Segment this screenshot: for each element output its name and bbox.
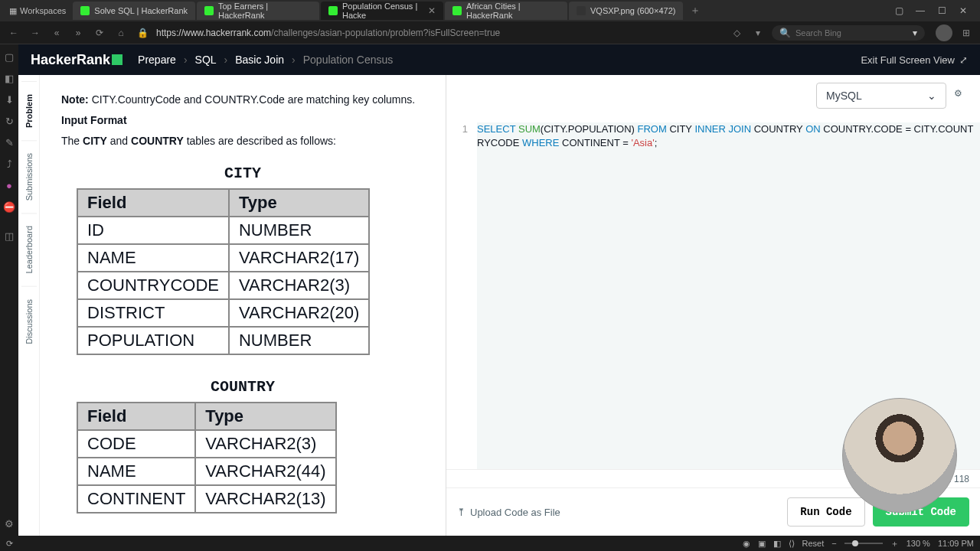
language-label: MySQL: [826, 90, 862, 102]
breadcrumb-prepare[interactable]: Prepare: [138, 54, 176, 66]
tab-title: VQSXP.png (600×472): [590, 6, 675, 15]
code-kw: WHERE: [522, 137, 559, 148]
tab-leaderboard[interactable]: Leaderboard: [21, 213, 37, 285]
reload-icon[interactable]: ⟳: [92, 25, 107, 41]
collapse-icon: ⤢: [959, 54, 968, 66]
code-kw: FROM: [638, 123, 667, 135]
lock-icon[interactable]: 🔒: [135, 25, 150, 41]
favicon-icon: [328, 6, 338, 15]
tab-discussions[interactable]: Discussions: [21, 286, 37, 357]
browser-tab[interactable]: Top Earners | HackerRank: [197, 2, 319, 20]
favicon-icon: [204, 6, 214, 15]
breadcrumb-current: Population Census: [303, 54, 394, 66]
cell: NUMBER: [229, 217, 369, 244]
address-bar: ← → « » ⟳ ⌂ 🔒 https://www.hackerrank.com…: [0, 21, 980, 44]
tile-icon[interactable]: ▣: [758, 539, 766, 549]
adblock-icon[interactable]: ⛔: [3, 201, 15, 213]
home-icon[interactable]: ⌂: [113, 25, 129, 41]
back-icon[interactable]: ←: [6, 25, 21, 41]
hackerrank-app: HackerRank Prepare › SQL › Basic Join › …: [18, 44, 980, 536]
tab-submissions[interactable]: Submissions: [21, 140, 37, 213]
workspaces-button[interactable]: ▦ Workspaces: [3, 6, 72, 16]
close-icon[interactable]: ✕: [428, 5, 436, 16]
browser-tab[interactable]: VQSXP.png (600×472): [569, 2, 683, 20]
close-window-icon[interactable]: ✕: [956, 3, 971, 18]
tab-problem[interactable]: Problem: [21, 81, 37, 140]
download-icon[interactable]: ⬇: [3, 93, 15, 106]
city-schema-table: FieldType IDNUMBER NAMEVARCHAR2(17) COUN…: [77, 188, 370, 355]
cell: NAME: [77, 244, 229, 272]
app-header: HackerRank Prepare › SQL › Basic Join › …: [18, 44, 980, 75]
upload-code-link[interactable]: ⤒ Upload Code as File: [457, 507, 560, 518]
code-toolbar: MySQL ⌄ ⚙: [446, 75, 980, 116]
zoom-slider[interactable]: [844, 543, 883, 544]
code-kw: ON: [805, 123, 821, 135]
camera-icon[interactable]: ◉: [743, 539, 750, 549]
chevron-down-icon[interactable]: ▾: [750, 25, 766, 41]
table-row: CODEVARCHAR2(3): [77, 430, 336, 458]
favicon-icon: [80, 6, 90, 15]
editor-settings-button[interactable]: ⚙: [954, 88, 969, 103]
bookmark-icon[interactable]: ◇: [729, 25, 744, 41]
panel-icon[interactable]: ◧: [773, 539, 781, 549]
browser-status-bar: ⟳ ◉ ▣ ◧ ⟨⟩ Reset − ＋ 130 % 11:09 PM: [0, 536, 980, 551]
language-select[interactable]: MySQL ⌄: [816, 83, 946, 109]
extension-icon[interactable]: ●: [3, 179, 15, 191]
zoom-level: 130 %: [906, 539, 930, 548]
desc-country: COUNTRY: [131, 135, 184, 147]
cell: VARCHAR2(3): [229, 272, 369, 299]
panel-toggle-icon[interactable]: ▢: [891, 3, 906, 18]
tab-title: African Cities | HackerRank: [466, 2, 560, 20]
search-icon: 🔍: [779, 28, 791, 38]
run-code-button[interactable]: Run Code: [787, 497, 864, 527]
forward-icon[interactable]: →: [28, 25, 43, 41]
bookmarks-icon[interactable]: ▢: [3, 51, 15, 63]
minimize-icon[interactable]: —: [913, 3, 928, 18]
search-box[interactable]: 🔍 ▾: [772, 25, 925, 41]
line-gutter: 1: [446, 122, 477, 469]
zoom-in-icon[interactable]: ＋: [890, 538, 899, 549]
window-icon[interactable]: ◫: [3, 230, 15, 242]
translate-icon[interactable]: ⤴: [3, 158, 15, 170]
extensions-icon[interactable]: ⊞: [959, 25, 974, 41]
new-tab-button[interactable]: ＋: [684, 4, 707, 18]
notes-icon[interactable]: ✎: [3, 136, 15, 148]
window-controls: ▢ — ☐ ✕: [885, 3, 977, 18]
line-number: 1: [446, 122, 468, 136]
url-field[interactable]: https://www.hackerrank.com/challenges/as…: [156, 28, 500, 38]
cell: CODE: [77, 430, 195, 458]
slider-thumb[interactable]: [852, 540, 858, 546]
browser-tab-active[interactable]: Population Census | Hacke✕: [321, 2, 443, 20]
exit-fullscreen-button[interactable]: Exit Full Screen View ⤢: [861, 54, 968, 66]
breadcrumb: Prepare › SQL › Basic Join › Population …: [138, 54, 393, 66]
reading-list-icon[interactable]: ◧: [3, 72, 15, 84]
zoom-reset-button[interactable]: Reset: [802, 539, 825, 548]
cell: DISTRICT: [77, 299, 229, 327]
webcam-overlay: [842, 398, 957, 513]
cell: VARCHAR2(17): [229, 244, 369, 272]
code-icon[interactable]: ⟨⟩: [789, 539, 795, 549]
history-icon[interactable]: ↻: [3, 115, 15, 127]
breadcrumb-basic-join[interactable]: Basic Join: [235, 54, 284, 66]
breadcrumb-sql[interactable]: SQL: [195, 54, 217, 66]
settings-icon[interactable]: ⚙: [3, 517, 15, 530]
browser-tab[interactable]: Solve SQL | HackerRank: [73, 2, 195, 20]
zoom-out-icon[interactable]: −: [831, 539, 836, 548]
browser-tab-strip: ▦ Workspaces Solve SQL | HackerRank Top …: [0, 0, 980, 21]
side-tabs: Problem Submissions Leaderboard Discussi…: [18, 75, 40, 536]
sync-icon[interactable]: ⟳: [6, 539, 13, 549]
table-row: COUNTRYCODEVARCHAR2(3): [77, 272, 369, 299]
fastforward-icon[interactable]: »: [70, 25, 86, 41]
maximize-icon[interactable]: ☐: [934, 3, 949, 18]
profile-avatar[interactable]: [936, 24, 952, 41]
desc-text: The: [61, 135, 83, 147]
chevron-down-icon[interactable]: ▾: [913, 28, 917, 38]
browser-side-panel: ▢ ◧ ⬇ ↻ ✎ ⤴ ● ⛔ ◫ ⚙: [0, 44, 18, 536]
browser-tab[interactable]: African Cities | HackerRank: [445, 2, 567, 20]
desc-text: tables are described as follows:: [184, 135, 336, 147]
search-input[interactable]: [795, 28, 908, 37]
cell: VARCHAR2(13): [195, 485, 335, 513]
chevron-right-icon: ›: [292, 54, 296, 66]
rewind-icon[interactable]: «: [49, 25, 64, 41]
hackerrank-logo[interactable]: HackerRank: [31, 52, 122, 68]
